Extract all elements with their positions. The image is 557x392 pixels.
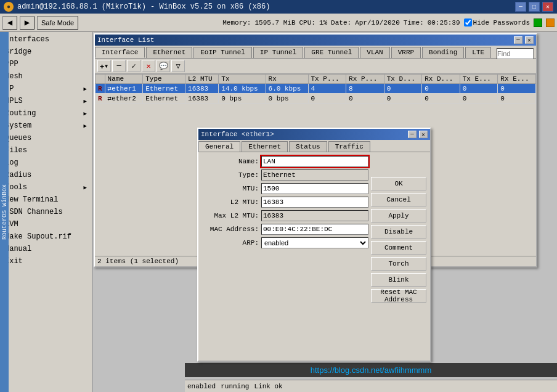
sidebar-item-kvm[interactable]: KVM	[0, 218, 92, 231]
back-button[interactable]: ◀	[2, 16, 17, 30]
sidebar-item-queues[interactable]: Queues	[0, 132, 92, 144]
sidebar-item-manual[interactable]: Manual	[0, 243, 92, 255]
mac-input[interactable]	[261, 224, 368, 235]
arp-row: ARP: enabled disabled proxy-arp	[203, 237, 368, 248]
cpu-label: CPU:	[299, 19, 315, 27]
filter-button[interactable]: ▽	[171, 60, 185, 72]
col-tx-d...[interactable]: Tx D...	[384, 75, 422, 84]
window-title: admin@192.168.88.1 (MikroTik) - WinBox v…	[17, 2, 511, 11]
mtu-label: MTU:	[203, 185, 259, 192]
col-rx-d...[interactable]: Rx D...	[422, 75, 460, 84]
detail-tab-general[interactable]: General	[198, 141, 240, 152]
reset-mac-address-button[interactable]: Reset MAC Address	[371, 289, 426, 303]
enable-button[interactable]: ✓	[127, 60, 140, 72]
type-input	[261, 169, 368, 181]
sidebar-item-tools[interactable]: Tools	[0, 181, 92, 194]
type-label: Type:	[203, 171, 259, 179]
comment-button[interactable]: 💬	[157, 60, 170, 72]
close-button[interactable]: ✕	[542, 2, 553, 12]
interface-list-minimize[interactable]: ─	[514, 36, 522, 44]
interface-list-tabs: InterfaceEthernetEoIP TunnelIP TunnelGRE…	[95, 46, 536, 59]
tab-eoip-tunnel[interactable]: EoIP Tunnel	[193, 47, 252, 58]
maximize-button[interactable]: □	[529, 2, 540, 12]
l2mtu-row: L2 MTU:	[203, 197, 368, 208]
tab-ip-tunnel[interactable]: IP Tunnel	[253, 47, 303, 58]
sidebar-item-routing[interactable]: Routing	[0, 107, 92, 120]
interface-detail-tabs: GeneralEthernetStatusTraffic	[198, 140, 430, 152]
max-l2mtu-label: Max L2 MTU:	[203, 212, 259, 219]
arp-label: ARP:	[203, 239, 259, 247]
torch-button[interactable]: Torch	[371, 257, 426, 271]
interface-detail-titlebar: Interface <ether1> ─ ✕	[198, 129, 430, 140]
tab-gre-tunnel[interactable]: GRE Tunnel	[304, 47, 359, 58]
tab-ethernet[interactable]: Ethernet	[146, 47, 192, 58]
col-rx-p...[interactable]: Rx P...	[346, 75, 384, 84]
table-row[interactable]: R⇄ether2Ethernet163830 bps0 bps000000	[96, 94, 536, 104]
col-rx[interactable]: Rx	[266, 75, 308, 84]
tab-interface[interactable]: Interface	[95, 47, 145, 58]
tab-lte[interactable]: LTE	[465, 47, 491, 58]
detail-tab-traffic[interactable]: Traffic	[328, 141, 370, 152]
interface-detail-minimize[interactable]: ─	[408, 131, 417, 138]
detail-tab-ethernet[interactable]: Ethernet	[242, 141, 288, 152]
sidebar: InterfacesBridgePPPMeshIPMPLSRoutingSyst…	[0, 32, 92, 392]
table-row[interactable]: R⇄ether1Ethernet1638314.0 kbps6.0 kbps48…	[96, 84, 536, 94]
col-type[interactable]: Type	[143, 75, 185, 84]
remove-button[interactable]: ─	[112, 60, 126, 72]
blink-button[interactable]: Blink	[371, 273, 426, 287]
apply-button[interactable]: Apply	[371, 209, 426, 223]
col-tx[interactable]: Tx	[219, 75, 266, 84]
forward-button[interactable]: ▶	[20, 16, 35, 30]
disable-button[interactable]: ✕	[142, 60, 155, 72]
sidebar-item-radius[interactable]: Radius	[0, 169, 92, 181]
app-icon: ●	[4, 2, 14, 12]
hide-passwords-checkbox[interactable]: Hide Passwords	[464, 18, 530, 27]
sidebar-item-ip[interactable]: IP	[0, 83, 92, 95]
sidebar-item-exit[interactable]: Exit	[0, 255, 92, 267]
sidebar-item-log[interactable]: Log	[0, 157, 92, 169]
name-row: Name:	[203, 156, 368, 167]
interface-detail-close[interactable]: ✕	[419, 131, 428, 138]
sidebar-item-system[interactable]: System	[0, 120, 92, 132]
col-tx-p...[interactable]: Tx P...	[308, 75, 346, 84]
name-label: Name:	[203, 158, 259, 165]
toolbar: ◀ ▶ Safe Mode Memory: 1595.7 MiB CPU: 1%…	[0, 14, 557, 32]
max-l2mtu-row: Max L2 MTU:	[203, 210, 368, 221]
l2mtu-input[interactable]	[261, 197, 368, 208]
mtu-input[interactable]	[261, 183, 368, 194]
max-l2mtu-input	[261, 210, 368, 221]
sidebar-item-mesh[interactable]: Mesh	[0, 70, 92, 83]
main-layout: InterfacesBridgePPPMeshIPMPLSRoutingSyst…	[0, 32, 557, 392]
mtu-row: MTU:	[203, 183, 368, 194]
disable-button[interactable]: Disable	[371, 225, 426, 239]
sidebar-item-interfaces[interactable]: Interfaces	[0, 33, 92, 46]
col-rx-e...[interactable]: Rx E...	[498, 75, 536, 84]
cancel-button[interactable]: Cancel	[371, 193, 426, 206]
minimize-button[interactable]: ─	[515, 2, 526, 12]
add-button[interactable]: ✚▾	[97, 60, 111, 72]
tab-vlan[interactable]: VLAN	[360, 47, 389, 58]
sidebar-item-bridge[interactable]: Bridge	[0, 46, 92, 58]
name-input[interactable]	[261, 156, 368, 167]
interface-list-titlebar: Interface List ─ ✕	[95, 35, 536, 46]
interface-list-close[interactable]: ✕	[525, 36, 534, 44]
sidebar-item-isdn-channels[interactable]: ISDN Channels	[0, 206, 92, 218]
detail-tab-status[interactable]: Status	[289, 141, 327, 152]
cpu-value: 1%	[319, 19, 327, 27]
sidebar-item-new-terminal[interactable]: New Terminal	[0, 194, 92, 206]
col-tx-e...[interactable]: Tx E...	[460, 75, 498, 84]
col-l2-mtu[interactable]: L2 MTU	[185, 75, 219, 84]
arp-select[interactable]: enabled disabled proxy-arp	[261, 237, 368, 248]
tab-bonding[interactable]: Bonding	[422, 47, 464, 58]
tab-vrrp[interactable]: VRRP	[391, 47, 421, 58]
sidebar-item-make-supout.rif[interactable]: Make Supout.rif	[0, 231, 92, 243]
sidebar-item-files[interactable]: Files	[0, 144, 92, 157]
find-input[interactable]	[497, 48, 534, 59]
comment-button[interactable]: Comment	[371, 241, 426, 255]
ok-button[interactable]: OK	[371, 177, 426, 190]
time-label: Time:	[404, 19, 424, 27]
sidebar-item-ppp[interactable]: PPP	[0, 58, 92, 70]
safe-mode-button[interactable]: Safe Mode	[37, 16, 78, 30]
sidebar-item-mpls[interactable]: MPLS	[0, 95, 92, 107]
col-name[interactable]: Name	[105, 75, 143, 84]
